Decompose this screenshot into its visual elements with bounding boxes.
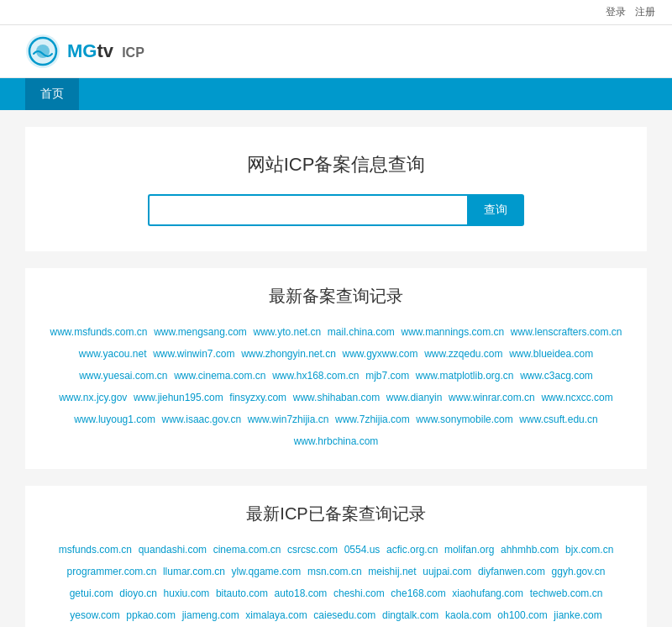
recent-link[interactable]: mjb7.com [365, 370, 409, 382]
navigation: 首页 [0, 78, 672, 110]
icp-record-link[interactable]: quandashi.com [139, 544, 207, 556]
icp-record-link[interactable]: che168.com [391, 587, 445, 599]
icp-record-link[interactable]: bjx.com.cn [565, 544, 613, 556]
icp-record-link[interactable]: xiaohufang.com [452, 587, 523, 599]
icp-record-link[interactable]: acfic.org.cn [386, 544, 438, 556]
icp-record-link[interactable]: auto18.com [275, 587, 328, 599]
recent-link[interactable]: www.lenscrafters.com.cn [511, 326, 622, 338]
icp-record-link[interactable]: llumar.com.cn [163, 566, 225, 577]
login-link[interactable]: 登录 [606, 6, 626, 18]
icp-record-link[interactable]: diyfanwen.com [478, 566, 545, 577]
recent-link[interactable]: www.nx.jcy.gov [59, 392, 127, 403]
recent-link[interactable]: www.ncxcc.com [541, 392, 612, 403]
icp-record-link[interactable]: uujpai.com [423, 566, 471, 577]
top-bar: 登录 注册 [0, 0, 672, 25]
recent-link[interactable]: www.zhongyin.net.cn [241, 348, 336, 360]
recent-link[interactable]: www.msfunds.com.cn [50, 326, 147, 338]
icp-record-link[interactable]: msfunds.com.cn [59, 544, 132, 556]
search-input[interactable] [148, 194, 467, 226]
recent-records-title: 最新备案查询记录 [42, 285, 630, 308]
logo-icon [25, 34, 60, 69]
icp-record-link[interactable]: csrcsc.com [287, 544, 338, 556]
search-box: 查询 [42, 194, 630, 226]
icp-record-link[interactable]: getui.com [70, 587, 113, 599]
recent-link[interactable]: mail.china.com [328, 326, 395, 338]
recent-link[interactable]: www.hx168.com.cn [272, 370, 359, 382]
register-link[interactable]: 注册 [635, 6, 655, 18]
recent-link[interactable]: www.csuft.edu.cn [519, 414, 597, 425]
search-button[interactable]: 查询 [467, 194, 524, 226]
recent-link[interactable]: www.luyoug1.com [74, 414, 155, 425]
icp-record-link[interactable]: dingtalk.com [382, 609, 438, 621]
icp-record-link[interactable]: huxiu.com [164, 587, 210, 599]
recent-link[interactable]: www.isaac.gov.cn [162, 414, 241, 425]
recent-link[interactable]: www.shihaban.com [293, 392, 380, 403]
recent-link[interactable]: www.mengsang.com [154, 326, 247, 338]
recent-link[interactable]: www.matplotlib.org.cn [416, 370, 514, 382]
recent-link[interactable]: www.dianyin [386, 392, 443, 403]
recent-link[interactable]: www.winwin7.com [153, 348, 234, 360]
recent-link[interactable]: www.c3acg.com [520, 370, 593, 382]
search-title: 网站ICP备案信息查询 [42, 152, 630, 177]
recent-link[interactable]: www.mannings.com.cn [401, 326, 504, 338]
recent-link[interactable]: www.sonymobile.com [416, 414, 512, 425]
header: MGtv ICP [0, 25, 672, 78]
icp-record-link[interactable]: programmer.com.cn [67, 566, 157, 577]
icp-record-link[interactable]: molifan.org [444, 544, 494, 556]
recent-link[interactable]: www.7zhijia.com [335, 414, 410, 425]
icp-record-link[interactable]: yesow.com [70, 609, 119, 621]
icp-record-link[interactable]: dioyo.cn [119, 587, 157, 599]
recent-link[interactable]: www.jiehun195.com [134, 392, 223, 403]
icp-record-link[interactable]: ximalaya.com [245, 609, 307, 621]
recent-link[interactable]: www.yto.net.cn [253, 326, 321, 338]
icp-record-link[interactable]: ggyh.gov.cn [552, 566, 606, 577]
icp-record-link[interactable]: techweb.com.cn [530, 587, 603, 599]
recent-link[interactable]: www.blueidea.com [509, 348, 593, 360]
recent-link[interactable]: www.yuesai.com.cn [79, 370, 167, 382]
icp-record-link[interactable]: ahhmhb.com [501, 544, 559, 556]
recent-link[interactable]: www.winrar.com.cn [449, 392, 535, 403]
recent-link[interactable]: www.yacou.net [79, 348, 147, 360]
icp-record-link[interactable]: ylw.qgame.com [232, 566, 302, 577]
main-content: 网站ICP备案信息查询 查询 最新备案查询记录 www.msfunds.com.… [17, 110, 655, 627]
icp-record-link[interactable]: bitauto.com [216, 587, 268, 599]
recent-link[interactable]: www.gyxww.com [342, 348, 417, 360]
logo-text: MGtv ICP [67, 40, 144, 62]
logo-area: MGtv ICP [25, 34, 144, 69]
icp-record-link[interactable]: cinema.com.cn [213, 544, 281, 556]
recent-link[interactable]: www.zzqedu.com [424, 348, 502, 360]
icp-record-link[interactable]: kaola.com [445, 609, 491, 621]
recent-records-section: 最新备案查询记录 www.msfunds.com.cn www.mengsang… [25, 268, 647, 469]
icp-records-section: 最新ICP已备案查询记录 msfunds.com.cn quandashi.co… [25, 486, 647, 627]
icp-records-title: 最新ICP已备案查询记录 [42, 503, 630, 525]
recent-link[interactable]: www.cinema.com.cn [174, 370, 265, 382]
logo-icp: ICP [122, 45, 144, 60]
search-section: 网站ICP备案信息查询 查询 [25, 127, 647, 251]
logo-tv: tv [97, 40, 113, 61]
icp-record-link[interactable]: jianke.com [554, 609, 601, 621]
logo-mg: MG [67, 40, 97, 61]
icp-record-link[interactable]: cheshi.com [333, 587, 385, 599]
icp-record-link[interactable]: meishij.net [368, 566, 416, 577]
icp-record-link[interactable]: 0554.us [344, 544, 381, 556]
icp-record-link[interactable]: msn.com.cn [307, 566, 362, 577]
icp-record-link[interactable]: ppkao.com [126, 609, 176, 621]
icp-record-link[interactable]: jiameng.com [182, 609, 239, 621]
nav-item-home[interactable]: 首页 [25, 78, 79, 110]
icp-record-link[interactable]: oh100.com [497, 609, 547, 621]
recent-link[interactable]: finsyzxy.com [229, 392, 286, 403]
icp-records-links: msfunds.com.cn quandashi.com cinema.com.… [42, 539, 630, 627]
icp-record-link[interactable]: caiesedu.com [313, 609, 375, 621]
recent-link[interactable]: www.hrbchina.com [294, 435, 379, 447]
recent-records-links: www.msfunds.com.cn www.mengsang.com www.… [42, 321, 630, 452]
recent-link[interactable]: www.win7zhijia.cn [248, 414, 329, 425]
